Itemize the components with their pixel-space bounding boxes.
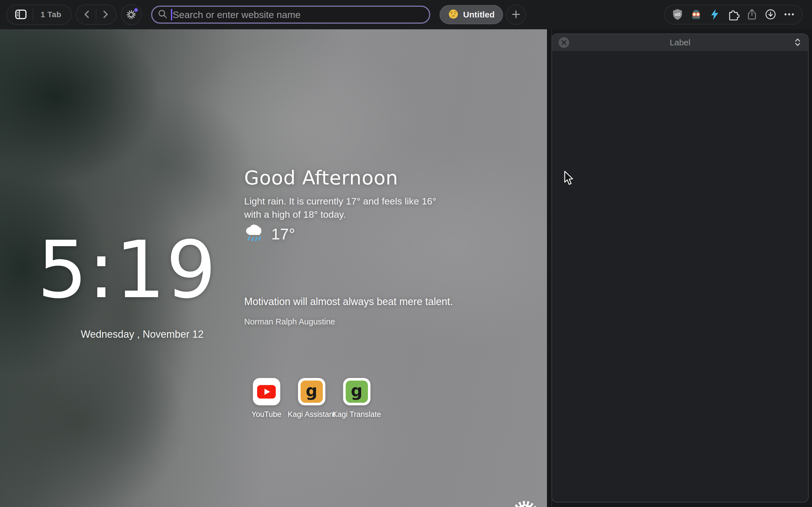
shortcuts-row: YouTube g Kagi Assistant g Kagi Translat…: [245, 378, 378, 419]
text-caret: [171, 9, 172, 20]
tab-favicon-emoji: [448, 9, 459, 20]
youtube-icon: [253, 378, 280, 405]
sort-chevrons-icon: [794, 43, 801, 48]
weather-summary: Light rain. It is currently 17° and feel…: [244, 194, 436, 221]
downloads-button[interactable]: [763, 7, 778, 22]
download-icon: [765, 8, 776, 21]
share-icon: [746, 8, 758, 21]
shortcut-kagi-translate[interactable]: g Kagi Translate: [336, 378, 378, 419]
back-button[interactable]: [78, 5, 96, 24]
toolbar: 1 Tab: [0, 0, 812, 29]
current-temperature: 17°: [271, 225, 295, 243]
weather-line2: with a high of 18° today.: [244, 209, 346, 220]
sidebar-toggle-icon: [14, 8, 28, 21]
sidebar-toggle-button[interactable]: [9, 5, 33, 24]
shortcut-youtube[interactable]: YouTube: [245, 378, 288, 419]
newtab-settings-button[interactable]: [511, 500, 539, 507]
search-icon: [158, 9, 167, 20]
share-button[interactable]: [745, 7, 759, 22]
weather-line1: Light rain. It is currently 17° and feel…: [244, 196, 436, 207]
tab-title: Untitled: [463, 10, 495, 19]
tab-count-label[interactable]: 1 Tab: [33, 10, 69, 19]
tab-untitled[interactable]: Untitled: [440, 5, 503, 24]
browser-window: 1 Tab: [0, 0, 812, 507]
panel-title: Label: [670, 38, 690, 47]
sidebar-panel: Label: [552, 34, 809, 503]
forward-icon: [101, 10, 109, 20]
goggles-extension-button[interactable]: [689, 7, 703, 22]
quote-author: Norman Ralph Augustine: [244, 317, 335, 327]
puzzle-extensions-icon: [727, 8, 740, 21]
kagi-assistant-icon: g: [298, 378, 325, 405]
extensions-gear-button[interactable]: [121, 4, 142, 25]
sidebar-region: Label: [547, 29, 812, 507]
shortcut-label: YouTube: [252, 410, 282, 419]
shortcut-label: Kagi Translate: [333, 410, 381, 419]
toolbar-right-icons: uO: [664, 5, 803, 24]
forward-button[interactable]: [96, 5, 114, 24]
address-bar: [151, 6, 430, 24]
lightning-bolt-icon: [709, 8, 721, 21]
rain-cloud-icon: [244, 223, 265, 244]
sidebar-panel-body: [552, 51, 808, 502]
kagi-translate-icon: g: [343, 378, 370, 405]
new-tab-button[interactable]: [506, 4, 526, 25]
shortcut-kagi-assistant[interactable]: g Kagi Assistant: [290, 378, 333, 419]
notification-dot: [134, 8, 138, 12]
panel-close-button[interactable]: [558, 37, 569, 48]
ublock-extension-button[interactable]: uO: [670, 7, 685, 22]
greeting-block: Good Afternoon Light rain. It is current…: [244, 167, 436, 221]
panel-sort-button[interactable]: [794, 38, 802, 48]
quote-text: Motivation will almost always beat mere …: [244, 296, 453, 307]
new-tab-page: 5:19 Wednesday , November 12 Good Aftern…: [0, 29, 547, 507]
ublock-shield-icon: uO: [672, 8, 683, 21]
goggles-extension-icon: [690, 8, 702, 21]
greeting-title: Good Afternoon: [244, 167, 436, 189]
close-icon: [558, 45, 569, 49]
more-menu-button[interactable]: [782, 7, 797, 22]
shortcut-label: Kagi Assistant: [288, 410, 336, 419]
search-input[interactable]: [173, 7, 423, 22]
svg-text:uO: uO: [675, 12, 680, 17]
back-icon: [83, 10, 91, 20]
weather-current: 17°: [244, 223, 295, 244]
more-ellipsis-icon: [783, 8, 795, 21]
sidebar-panel-header: Label: [552, 34, 808, 51]
nav-group: [75, 4, 117, 25]
date: Wednesday , November 12: [40, 328, 204, 340]
plus-icon: [511, 10, 521, 20]
sidebar-tab-group: 1 Tab: [6, 4, 71, 25]
clock: 5:19: [37, 226, 217, 313]
extensions-menu-button[interactable]: [726, 7, 741, 22]
content-row: 5:19 Wednesday , November 12 Good Aftern…: [0, 29, 812, 507]
lightning-extension-button[interactable]: [707, 7, 722, 22]
